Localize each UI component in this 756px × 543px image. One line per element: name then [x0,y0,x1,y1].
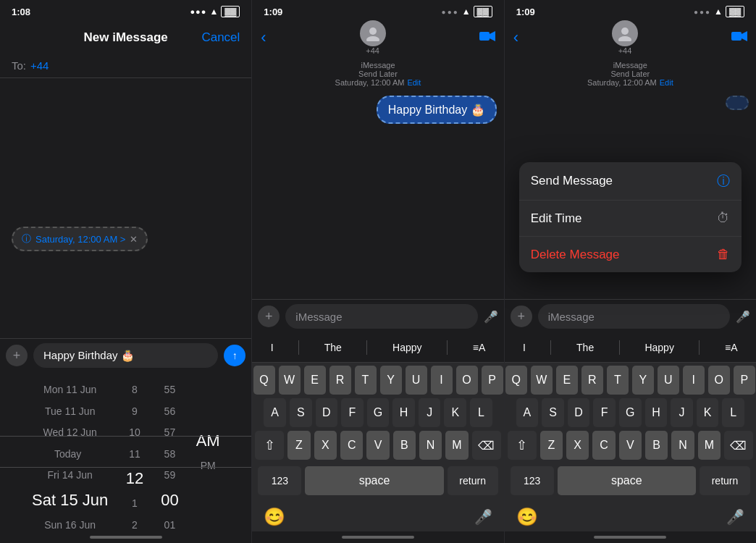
plus-button-1[interactable]: + [6,345,28,366]
key-n-3[interactable]: N [671,431,694,460]
context-menu-send[interactable]: Send Message ⓘ [519,162,742,201]
video-button-2[interactable] [479,30,495,45]
key-b-3[interactable]: B [645,431,668,460]
key-u-3[interactable]: U [658,366,679,395]
key-a-2[interactable]: A [264,398,286,427]
key-l-2[interactable]: L [470,398,492,427]
key-x-2[interactable]: X [314,431,337,460]
key-r-2[interactable]: R [329,366,351,395]
key-123-2[interactable]: 123 [258,466,301,495]
message-input-3[interactable]: iMessage [538,304,730,329]
dictation-button-3[interactable]: 🎤 [726,508,744,526]
suggestion-format-2[interactable]: ≡A [467,339,492,356]
key-space-3[interactable]: space [558,466,696,495]
key-v-3[interactable]: V [619,431,642,460]
key-a-3[interactable]: A [516,398,539,427]
cancel-button-1[interactable]: Cancel [201,30,240,45]
shift-key-3[interactable]: ⇧ [508,431,537,460]
key-f-3[interactable]: F [593,398,616,427]
divider-2b [366,340,367,355]
key-c-2[interactable]: C [340,431,363,460]
key-p-2[interactable]: P [482,366,503,395]
send-button-1[interactable]: ↑ [224,345,245,366]
key-n-2[interactable]: N [419,431,442,460]
plus-button-2[interactable]: + [258,306,280,327]
to-value[interactable]: +44 [30,59,49,72]
key-s-2[interactable]: S [290,398,312,427]
date-picker[interactable]: Mon 11 Jun Tue 11 Jun Wed 12 Jun Today F… [0,372,251,531]
key-g-3[interactable]: G [619,398,642,427]
key-z-2[interactable]: Z [287,431,310,460]
key-m-2[interactable]: M [445,431,468,460]
key-d-3[interactable]: D [568,398,590,427]
suggestion-happy-3[interactable]: Happy [639,339,679,356]
close-icon[interactable]: ✕ [130,234,138,245]
key-r-3[interactable]: R [581,366,603,395]
key-x-3[interactable]: X [566,431,589,460]
key-y-2[interactable]: Y [380,366,402,395]
key-c-3[interactable]: C [592,431,615,460]
emoji-button-3[interactable]: 😊 [516,507,538,527]
key-w-2[interactable]: W [279,366,301,395]
key-q-3[interactable]: Q [505,366,527,395]
back-button-3[interactable]: ‹ [513,28,518,47]
context-menu-delete[interactable]: Delete Message 🗑 [519,237,742,272]
key-o-3[interactable]: O [708,366,730,395]
key-d-2[interactable]: D [316,398,338,427]
key-123-3[interactable]: 123 [511,466,554,495]
key-m-3[interactable]: M [698,431,721,460]
key-e-2[interactable]: E [304,366,326,395]
edit-link-2[interactable]: Edit [407,78,421,87]
message-input-2[interactable]: iMessage [285,304,477,329]
key-t-2[interactable]: T [355,366,377,395]
delete-key-2[interactable]: ⌫ [472,431,501,460]
key-return-3[interactable]: return [700,466,750,495]
key-w-3[interactable]: W [531,366,553,395]
key-f-2[interactable]: F [341,398,364,427]
key-o-2[interactable]: O [456,366,478,395]
key-h-3[interactable]: H [645,398,668,427]
key-i-2[interactable]: I [431,366,453,395]
key-l-3[interactable]: L [722,398,744,427]
picker-day-selected: Sat 15 Jun [28,487,112,515]
key-h-2[interactable]: H [392,398,415,427]
back-button-2[interactable]: ‹ [261,28,266,47]
key-v-2[interactable]: V [366,431,389,460]
key-space-2[interactable]: space [305,466,443,495]
key-k-3[interactable]: K [697,398,719,427]
key-i-3[interactable]: I [683,366,705,395]
key-z-3[interactable]: Z [540,431,563,460]
dictation-button-2[interactable]: 🎤 [474,508,492,526]
picker-ampm-selected: AM [192,427,224,455]
suggestion-the-3[interactable]: The [571,339,600,356]
picker-hour-item: 11 [126,444,143,466]
key-b-2[interactable]: B [393,431,416,460]
suggestion-happy-2[interactable]: Happy [387,339,427,356]
plus-button-3[interactable]: + [511,306,532,327]
suggestion-the-2[interactable]: The [319,339,348,356]
key-t-3[interactable]: T [607,366,629,395]
suggestion-i-2[interactable]: I [265,339,280,356]
key-e-3[interactable]: E [556,366,578,395]
key-p-3[interactable]: P [734,366,755,395]
delete-key-3[interactable]: ⌫ [724,431,753,460]
suggestion-i-3[interactable]: I [517,339,532,356]
key-return-2[interactable]: return [448,466,498,495]
key-k-2[interactable]: K [444,398,466,427]
context-menu-edit[interactable]: Edit Time ⏱ [519,201,742,237]
key-u-2[interactable]: U [406,366,427,395]
key-j-2[interactable]: J [419,398,441,427]
scheduled-badge[interactable]: ⓘ Saturday, 12:00 AM > ✕ [12,227,148,251]
key-g-2[interactable]: G [367,398,390,427]
key-y-3[interactable]: Y [632,366,654,395]
key-j-3[interactable]: J [671,398,693,427]
message-input-1[interactable]: Happy Birthday 🎂 [33,343,218,368]
video-button-3[interactable] [731,30,747,45]
edit-link-3[interactable]: Edit [660,78,673,87]
shift-key-2[interactable]: ⇧ [255,431,284,460]
key-s-3[interactable]: S [542,398,564,427]
key-q-2[interactable]: Q [253,366,275,395]
chat-area-2: iMessage Send Later Saturday, 12:00 AM E… [252,54,503,299]
suggestion-format-3[interactable]: ≡A [719,339,744,356]
emoji-button-2[interactable]: 😊 [264,507,285,527]
